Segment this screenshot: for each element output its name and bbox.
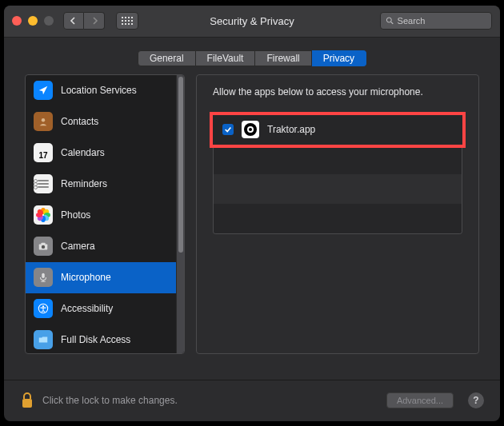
tab-filevault[interactable]: FileVault — [196, 50, 256, 66]
app-row-empty — [214, 204, 462, 233]
sidebar-item-camera[interactable]: Camera — [26, 231, 176, 262]
svg-rect-11 — [22, 399, 32, 408]
app-row-empty — [214, 145, 462, 174]
detail-panel: Allow the apps below to access your micr… — [196, 74, 479, 354]
microphone-icon — [34, 268, 53, 287]
sidebar-item-label: Photos — [61, 209, 90, 221]
back-button[interactable] — [63, 12, 84, 30]
checkmark-icon — [224, 125, 232, 133]
annotation-highlight: Traktor.app — [210, 112, 466, 148]
sidebar-item-location-services[interactable]: Location Services — [26, 75, 176, 106]
sidebar-item-microphone[interactable]: Microphone — [26, 262, 176, 293]
sidebar-item-label: Contacts — [61, 116, 98, 127]
footer: Click the lock to make changes. Advanced… — [4, 380, 500, 421]
app-list — [213, 145, 462, 234]
sidebar-item-photos[interactable]: Photos — [26, 200, 176, 231]
traffic-lights — [12, 16, 54, 26]
sidebar-item-full-disk-access[interactable]: Full Disk Access — [26, 324, 176, 353]
sidebar-item-label: Microphone — [61, 272, 111, 283]
accessibility-icon — [34, 299, 53, 318]
advanced-button[interactable]: Advanced... — [386, 392, 454, 408]
contacts-icon — [34, 112, 53, 131]
privacy-sidebar: Location Services Contacts 17 Calendars — [25, 74, 185, 354]
close-window-button[interactable] — [12, 16, 22, 26]
zoom-window-button[interactable] — [44, 16, 54, 26]
scrollbar-thumb[interactable] — [178, 77, 183, 253]
sidebar-item-accessibility[interactable]: Accessibility — [26, 293, 176, 324]
sidebar-item-label: Location Services — [61, 85, 137, 96]
location-icon — [34, 81, 53, 100]
sidebar-item-label: Full Disk Access — [61, 334, 130, 345]
camera-icon — [34, 237, 53, 256]
svg-rect-6 — [42, 273, 45, 278]
titlebar: Security & Privacy — [4, 6, 500, 38]
sidebar-scrollbar[interactable] — [176, 75, 184, 353]
svg-point-2 — [42, 118, 45, 121]
chevron-right-icon — [90, 17, 98, 25]
calendars-icon: 17 — [34, 143, 53, 162]
sidebar-item-label: Accessibility — [61, 303, 113, 314]
sidebar-item-label: Reminders — [61, 178, 107, 189]
preferences-window: Security & Privacy General FileVault Fir… — [4, 6, 500, 421]
app-checkbox[interactable] — [222, 124, 234, 135]
search-input[interactable] — [398, 16, 486, 26]
chevron-left-icon — [70, 17, 78, 25]
sidebar-item-reminders[interactable]: Reminders — [26, 169, 176, 200]
svg-line-1 — [391, 22, 394, 24]
tab-firewall[interactable]: Firewall — [255, 50, 311, 66]
app-row-traktor[interactable]: Traktor.app — [213, 115, 462, 145]
tab-bar: General FileVault Firewall Privacy — [4, 38, 500, 74]
help-button[interactable]: ? — [468, 392, 484, 408]
minimize-window-button[interactable] — [28, 16, 38, 26]
search-field[interactable] — [380, 12, 492, 30]
lock-text: Click the lock to make changes. — [42, 395, 178, 406]
reminders-icon — [34, 174, 53, 193]
app-row-empty — [214, 174, 462, 204]
search-icon — [386, 16, 394, 26]
tab-privacy[interactable]: Privacy — [312, 50, 366, 66]
svg-point-10 — [42, 305, 44, 307]
svg-point-0 — [386, 18, 391, 22]
sidebar-item-contacts[interactable]: Contacts — [26, 106, 176, 137]
nav-buttons — [63, 12, 105, 30]
folder-icon — [34, 330, 53, 349]
svg-point-5 — [42, 245, 45, 249]
sidebar-item-calendars[interactable]: 17 Calendars — [26, 137, 176, 169]
traktor-app-icon — [242, 121, 259, 138]
tab-general[interactable]: General — [138, 50, 196, 66]
sidebar-item-label: Calendars — [61, 147, 105, 158]
panel-description: Allow the apps below to access your micr… — [213, 86, 462, 98]
content-body: Location Services Contacts 17 Calendars — [4, 74, 500, 380]
app-name-label: Traktor.app — [267, 124, 315, 135]
lock-icon — [20, 392, 34, 409]
svg-rect-4 — [41, 243, 45, 245]
lock-button[interactable] — [20, 392, 34, 409]
sidebar-item-label: Camera — [61, 241, 95, 252]
forward-button[interactable] — [84, 12, 105, 30]
show-all-button[interactable] — [116, 12, 138, 30]
grid-icon — [122, 17, 133, 25]
photos-icon — [34, 205, 53, 225]
